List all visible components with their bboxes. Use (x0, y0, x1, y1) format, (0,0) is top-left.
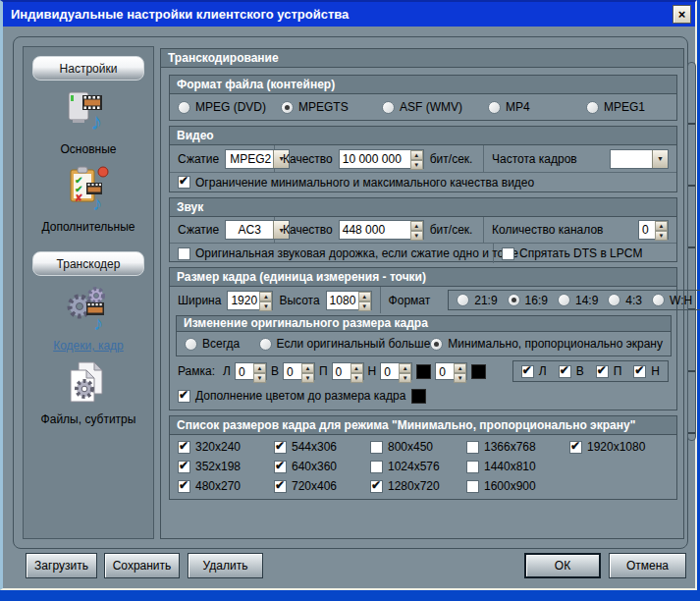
basic-settings-icon[interactable]: ♪ (63, 86, 114, 137)
side-checkbox-top[interactable]: В (559, 364, 584, 378)
chevron-down-icon[interactable]: ▼ (652, 150, 668, 168)
spinner-up-icon[interactable]: ▲ (350, 363, 363, 373)
spinner-up-icon[interactable]: ▲ (410, 221, 423, 231)
radio-format-asf-wmv[interactable]: ASF (WMV) (382, 100, 488, 114)
codecs-frame-icon[interactable]: ♪ (63, 283, 114, 334)
radio-label: 21:9 (474, 294, 497, 307)
size-checkbox-1600x900[interactable]: 1600x900 (466, 476, 569, 496)
cancel-button[interactable]: Отмена (609, 553, 686, 578)
titlebar[interactable]: Индивидуальные настройки клиентского уст… (3, 2, 695, 27)
ok-button[interactable]: ОК (524, 553, 601, 578)
pad-color-checkbox[interactable]: Дополнение цветом до размера кадра (178, 389, 405, 403)
checkbox-icon (466, 480, 479, 493)
spinner-down-icon[interactable]: ▼ (410, 231, 423, 241)
checkbox-icon (521, 365, 534, 378)
size-checkbox-1440x810[interactable]: 1440x810 (466, 457, 569, 476)
radio-format-mpegts[interactable]: MPEGTS (281, 100, 382, 114)
close-icon[interactable]: × (673, 5, 691, 24)
checkbox-label: 800x450 (388, 440, 433, 454)
size-checkbox-1280x720[interactable]: 1280x720 (370, 476, 466, 496)
border-top-spinner[interactable]: 0 ▲▼ (283, 362, 315, 380)
video-limit-checkbox[interactable]: Ограничение минимального и максимального… (178, 176, 534, 190)
spinner-up-icon[interactable]: ▲ (454, 363, 466, 373)
radio-label: Всегда (202, 337, 240, 351)
spinner-down-icon[interactable]: ▼ (259, 301, 272, 311)
spinner-down-icon[interactable]: ▼ (655, 231, 668, 241)
radio-format-mp4[interactable]: MP4 (488, 100, 586, 114)
radio-label: MP4 (506, 100, 530, 114)
video-framerate-dropdown[interactable]: ▼ (610, 149, 669, 169)
radio-aspect-w-h[interactable]: W:H (652, 294, 692, 307)
size-checkbox-544x306[interactable]: 544x306 (274, 437, 370, 457)
sidebar-item-codecs[interactable]: Кодеки, кадр (24, 339, 153, 353)
spinner-up-icon[interactable]: ▲ (410, 150, 423, 160)
sidebar-item-basic[interactable]: Основные (24, 142, 153, 156)
save-button[interactable]: Сохранить (104, 553, 180, 578)
size-checkbox-480x270[interactable]: 480x270 (178, 476, 274, 496)
spinner-up-icon[interactable]: ▲ (399, 363, 411, 373)
video-group: Видео Сжатие MPEG2 ▼ Качество (169, 126, 677, 192)
audio-original-checkbox[interactable]: Оригинальная звуковая дорожка, если сжат… (170, 244, 494, 263)
video-group-title: Видео (170, 127, 676, 145)
size-checkbox-1024x576[interactable]: 1024x576 (370, 457, 466, 476)
spinner-down-icon[interactable]: ▼ (454, 373, 466, 383)
vertical-slider[interactable] (687, 62, 696, 441)
radio-aspect-16-9[interactable]: 16:9 (508, 294, 548, 307)
spinner-up-icon[interactable]: ▲ (301, 363, 314, 373)
sidebar: Настройки ♪ Основные (23, 46, 154, 539)
radio-format-mpeg1[interactable]: MPEG1 (586, 100, 645, 114)
border-color-swatch[interactable] (416, 364, 431, 379)
delete-button[interactable]: Удалить (188, 553, 263, 578)
spinner-down-icon[interactable]: ▼ (301, 373, 314, 383)
pad-color-swatch[interactable] (411, 389, 426, 404)
spinner-down-icon[interactable]: ▼ (253, 373, 266, 383)
audio-quality-spinner[interactable]: 448 000 ▲▼ (339, 220, 424, 240)
audio-channels-spinner[interactable]: 0 ▲▼ (638, 220, 669, 240)
additional-settings-icon[interactable]: ✔ ✔ ✘ ♪ (63, 163, 114, 214)
files-subtitles-icon[interactable] (63, 356, 114, 408)
spinner-up-icon[interactable]: ▲ (253, 363, 266, 373)
side-checkbox-right[interactable]: П (596, 364, 622, 378)
size-checkbox-320x240[interactable]: 320x240 (178, 437, 274, 457)
border-left-spinner[interactable]: 0 ▲▼ (235, 362, 267, 380)
size-checkbox-640x360[interactable]: 640x360 (274, 457, 370, 476)
spinner-down-icon[interactable]: ▼ (358, 301, 371, 311)
radio-resize-always[interactable]: Всегда (185, 337, 259, 351)
spinner-down-icon[interactable]: ▼ (350, 373, 363, 383)
video-quality-spinner[interactable]: 10 000 000 ▲▼ (339, 149, 424, 169)
border-color-swatch-2[interactable] (471, 364, 486, 379)
radio-aspect-4-3[interactable]: 4:3 (608, 294, 642, 307)
spinner-down-icon[interactable]: ▼ (410, 160, 423, 170)
spinner-up-icon[interactable]: ▲ (358, 292, 371, 301)
checkbox-label: 1024x576 (388, 460, 440, 473)
radio-icon (608, 294, 620, 306)
size-checkbox-800x450[interactable]: 800x450 (370, 437, 466, 457)
spinner-down-icon[interactable]: ▼ (399, 373, 411, 383)
sidebar-item-files[interactable]: Файлы, субтитры (24, 412, 153, 426)
load-button[interactable]: Загрузить (26, 553, 97, 578)
spinner-up-icon[interactable]: ▲ (655, 221, 668, 231)
frame-height-spinner[interactable]: 1080 ▲▼ (326, 291, 372, 310)
audio-dts-checkbox[interactable]: Спрятать DTS в LPCM (494, 246, 650, 260)
radio-aspect-14-9[interactable]: 14:9 (558, 294, 598, 307)
radio-resize-if-larger[interactable]: Если оригинальный больше (259, 337, 431, 351)
size-checkbox-720x406[interactable]: 720x406 (274, 476, 370, 496)
radio-resize-minimal[interactable]: Минимально, пропорционально экрану (430, 337, 663, 351)
frame-width-spinner[interactable]: 1920 ▲▼ (227, 291, 273, 310)
sidebar-item-additional[interactable]: Дополнительные (24, 220, 153, 234)
size-checkbox-1366x768[interactable]: 1366x768 (466, 437, 569, 457)
spinner-up-icon[interactable]: ▲ (259, 292, 272, 301)
size-checkbox-1920x1080[interactable]: 1920x1080 (569, 437, 669, 457)
border-right-spinner[interactable]: 0 ▲▼ (332, 362, 364, 380)
border-color-spinner[interactable]: 0 ▲▼ (435, 362, 467, 380)
audio-group-title: Звук (170, 198, 676, 217)
side-checkbox-left[interactable]: Л (521, 364, 547, 378)
border-top-label: В (271, 364, 279, 378)
size-list-group: Список размеров кадра для режима "Минима… (169, 415, 677, 500)
radio-label: 14:9 (575, 294, 598, 307)
border-bottom-spinner[interactable]: 0 ▲▼ (380, 362, 412, 380)
side-checkbox-bottom[interactable]: Н (633, 364, 660, 378)
size-checkbox-352x198[interactable]: 352x198 (178, 457, 274, 476)
radio-format-mpeg-dvd[interactable]: MPEG (DVD) (178, 100, 281, 114)
radio-aspect-21-9[interactable]: 21:9 (457, 294, 497, 307)
